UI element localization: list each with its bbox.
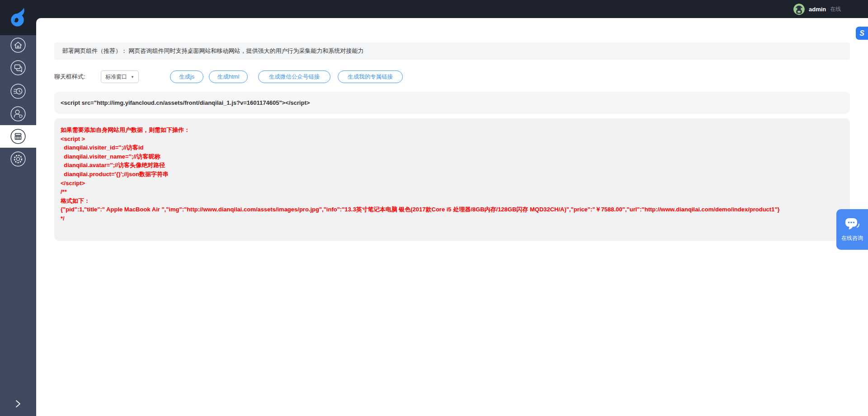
sidebar-item-history[interactable] [0, 80, 36, 103]
avatar[interactable] [793, 4, 805, 15]
dropdown-caret-icon: ▼ [131, 75, 134, 79]
history-icon [10, 84, 26, 99]
main-content: 部署网页组件（推荐）： 网页咨询组件同时支持桌面网站和移动网站，提供强大的用户行… [36, 18, 868, 416]
settings-icon [10, 151, 26, 167]
user-area: admin 在线 [793, 0, 841, 18]
avatar-image [793, 4, 805, 15]
generate-html-button[interactable]: 生成html [209, 70, 248, 83]
chat-style-row: 聊天框样式: 标准窗口 ▼ 生成js 生成html 生成微信公众号链接 生成我的… [54, 70, 850, 83]
embed-script-code: <script src="http://img.yifancloud.cn/as… [61, 99, 310, 106]
chat-style-label: 聊天框样式: [54, 70, 85, 83]
instruction-line: 格式如下： [61, 196, 844, 206]
instruction-line: 如果需要添加自身网站用户数据，则需如下操作： [61, 126, 844, 135]
home-icon [10, 37, 26, 53]
dropdown-selected-value: 标准窗口 [105, 73, 127, 81]
browser-extension-badge[interactable]: S [856, 27, 868, 40]
sidebar-item-settings[interactable] [0, 148, 36, 170]
instruction-line: */ [61, 214, 844, 223]
topbar [0, 0, 868, 18]
instruction-line: dianqilai.visiter_id='';//访客id [61, 143, 844, 152]
online-status: 在线 [830, 5, 841, 13]
visitor-settings-icon [10, 106, 26, 122]
chat-sessions-icon [10, 60, 26, 75]
chevron-right-icon [14, 400, 22, 408]
sidebar [0, 0, 36, 416]
instruction-line: {"pid":1,"title":" Apple MacBook Air ","… [61, 205, 844, 214]
web-component-icon [10, 129, 26, 144]
embed-script-snippet: <script src="http://img.yifancloud.cn/as… [54, 92, 850, 114]
sidebar-item-conversations[interactable] [0, 56, 36, 79]
logo-block [0, 0, 36, 35]
instruction-line: </script> [61, 179, 844, 188]
sidebar-collapse-button[interactable] [0, 397, 36, 411]
instruction-line: dianqilai.product='{}';//json数据字符串 [61, 170, 844, 179]
app-logo-icon [10, 8, 26, 28]
deploy-info-text: 部署网页组件（推荐）： 网页咨询组件同时支持桌面网站和移动网站，提供强大的用户行… [62, 47, 364, 55]
online-consult-widget[interactable]: 在线咨询 [836, 209, 868, 250]
chat-bubble-icon [844, 217, 860, 232]
generate-wechat-link-button[interactable]: 生成微信公众号链接 [258, 70, 330, 83]
sidebar-item-home[interactable] [0, 34, 36, 56]
generate-exclusive-link-button[interactable]: 生成我的专属链接 [338, 70, 403, 83]
sidebar-item-web-component[interactable] [0, 125, 36, 148]
online-consult-label: 在线咨询 [841, 234, 863, 242]
deploy-info-banner: 部署网页组件（推荐）： 网页咨询组件同时支持桌面网站和移动网站，提供强大的用户行… [54, 42, 850, 60]
extension-badge-glyph: S [859, 29, 864, 37]
instruction-line: <script > [61, 135, 844, 144]
chat-style-dropdown[interactable]: 标准窗口 ▼ [101, 70, 139, 83]
instruction-line: dianqilai.avatar='';//访客头像绝对路径 [61, 161, 844, 170]
instruction-line: /** [61, 187, 844, 196]
username: admin [809, 6, 826, 13]
user-data-instructions-block: 如果需要添加自身网站用户数据，则需如下操作： <script > dianqil… [54, 118, 850, 241]
instruction-line: dianqilai.visiter_name='';//访客昵称 [61, 152, 844, 161]
sidebar-item-visitor-settings[interactable] [0, 103, 36, 125]
generate-js-button[interactable]: 生成js [170, 70, 203, 83]
